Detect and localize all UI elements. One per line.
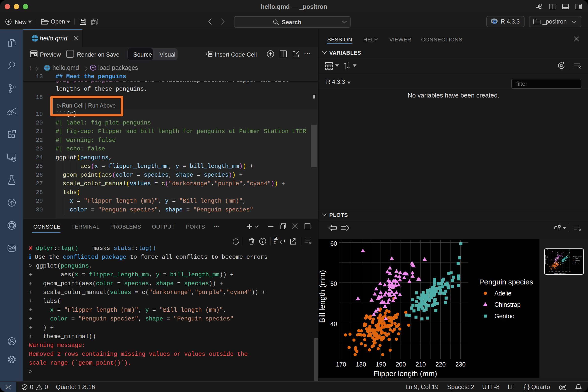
- svg-text:180: 180: [356, 361, 366, 368]
- svg-text:Flipper length (mm): Flipper length (mm): [374, 370, 437, 378]
- svg-text:40: 40: [330, 320, 337, 327]
- svg-text:220: 220: [435, 361, 446, 368]
- svg-text:Penguin species: Penguin species: [479, 278, 533, 286]
- svg-text:Chinstrap: Chinstrap: [494, 301, 520, 308]
- svg-text:Adelie: Adelie: [494, 290, 512, 297]
- svg-text:190: 190: [376, 361, 386, 368]
- svg-text:R: R: [493, 19, 497, 25]
- svg-text:50: 50: [330, 280, 337, 287]
- svg-text:Gentoo: Gentoo: [494, 312, 514, 320]
- svg-text:210: 210: [416, 361, 426, 368]
- svg-text:170: 170: [336, 361, 346, 368]
- svg-text:230: 230: [456, 361, 466, 368]
- svg-text:60: 60: [330, 240, 337, 247]
- svg-text:200: 200: [396, 361, 406, 368]
- svg-text:Bill length (mm): Bill length (mm): [318, 270, 326, 323]
